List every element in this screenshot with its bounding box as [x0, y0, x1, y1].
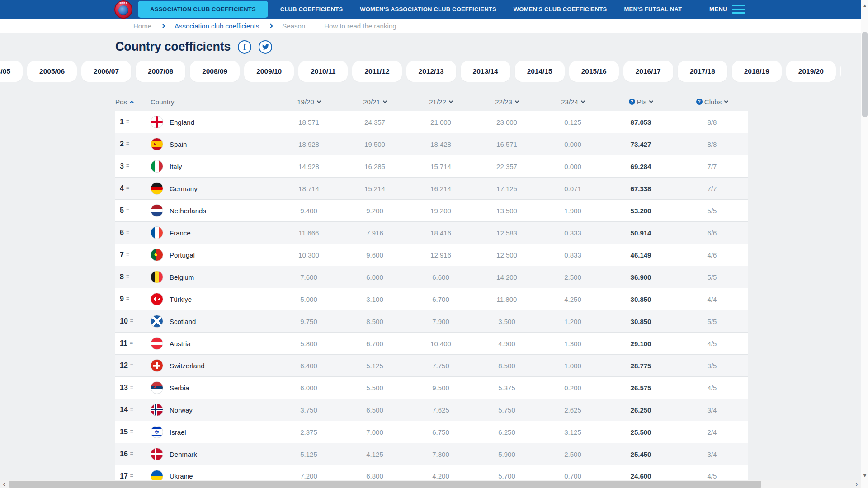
vertical-scrollbar[interactable]: ▲ ▼ [861, 0, 868, 488]
info-icon[interactable]: ? [629, 99, 635, 105]
country-cell[interactable]: Portugal [147, 249, 276, 261]
country-cell[interactable]: England [147, 116, 276, 128]
header-pos[interactable]: Pos [115, 98, 147, 106]
points-value: 26.250 [606, 406, 676, 414]
season-tab[interactable]: 2018/19 [732, 61, 782, 82]
country-cell[interactable]: Serbia [147, 381, 276, 394]
scroll-right-icon[interactable]: › [853, 480, 861, 488]
season-tab[interactable]: 2015/16 [569, 61, 619, 82]
season-tab[interactable]: 2014/15 [515, 61, 565, 82]
header-season[interactable]: 22/23 [474, 98, 540, 106]
season-tab[interactable]: 2008/09 [190, 61, 240, 82]
info-icon[interactable]: ? [696, 99, 703, 105]
season-tab[interactable]: 2004/05 [0, 61, 23, 82]
country-cell[interactable]: Scotland [147, 315, 276, 328]
nav-tab[interactable]: MEN'S FUTSAL NAT [616, 1, 691, 18]
season-tab[interactable]: 2007/08 [136, 61, 185, 82]
season-tab[interactable]: 2005/06 [27, 61, 77, 82]
breadcrumb-item[interactable]: Season [282, 22, 305, 30]
header-season[interactable]: 23/24 [540, 98, 606, 106]
season-tab[interactable]: 2009/10 [244, 61, 294, 82]
table-row[interactable]: 14= Norway 3.7506.5007.6255.7502.62526.2… [115, 399, 748, 421]
coefficient-value: 21.000 [408, 118, 474, 126]
breadcrumb-item[interactable]: How to read the ranking [324, 22, 396, 30]
header-season[interactable]: 19/20 [276, 98, 342, 106]
country-cell[interactable]: Belgium [147, 271, 276, 283]
country-cell[interactable]: Switzerland [147, 359, 276, 372]
coefficient-value: 6.600 [408, 273, 474, 281]
menu-button[interactable]: MENU [709, 5, 745, 14]
breadcrumb-item[interactable]: Association club coefficients [175, 22, 259, 30]
table-row[interactable]: 7= Portugal 10.3009.60012.91612.5000.833… [115, 244, 748, 266]
season-tab[interactable]: 2020/21 [840, 61, 841, 82]
season-tab[interactable]: 2013/14 [461, 61, 510, 82]
scroll-left-icon[interactable]: ‹ [0, 480, 8, 488]
country-cell[interactable]: Spain [147, 138, 276, 150]
coefficient-value: 18.416 [408, 229, 474, 237]
table-row[interactable]: 9= Türkiye 5.0003.1006.70011.8004.25030.… [115, 288, 748, 310]
points-value: 67.338 [606, 185, 676, 192]
points-value: 24.600 [606, 472, 676, 480]
scroll-up-icon[interactable]: ▲ [861, 2, 868, 9]
scroll-down-icon[interactable]: ▼ [861, 472, 868, 479]
season-tab[interactable]: 2010/11 [298, 61, 348, 82]
table-row[interactable]: 11= Austria 5.8006.70010.4004.9001.30029… [115, 332, 748, 354]
country-cell[interactable]: Norway [147, 404, 276, 416]
nav-tab[interactable]: CLUB COEFFICIENTS [272, 1, 351, 18]
coefficient-value: 6.400 [276, 362, 342, 370]
table-row[interactable]: 16= Denmark 5.1254.1257.8005.9002.50025.… [115, 443, 748, 465]
table-row[interactable]: 13= Serbia 6.0005.5009.5005.3750.20026.5… [115, 376, 748, 399]
country-cell[interactable]: Türkiye [147, 293, 276, 305]
header-clubs[interactable]: ? Clubs [676, 98, 748, 106]
season-tab[interactable]: 2011/12 [352, 61, 401, 82]
country-cell[interactable]: Denmark [147, 448, 276, 460]
twitter-share-button[interactable] [259, 40, 272, 54]
season-tab[interactable]: 2016/17 [623, 61, 673, 82]
table-row[interactable]: 6= France 11.6667.91618.41612.5830.33350… [115, 221, 748, 244]
table-row[interactable]: 1= England 18.57124.35721.00023.0000.125… [115, 111, 748, 133]
table-row[interactable]: 15= Israel 2.3757.0006.7506.2503.12525.5… [115, 421, 748, 443]
country-cell[interactable]: Austria [147, 337, 276, 350]
country-name: Denmark [170, 450, 197, 458]
rank-number: 13 [120, 384, 128, 391]
sort-desc-icon [580, 99, 585, 103]
country-name: Portugal [170, 251, 195, 259]
facebook-share-button[interactable]: f [238, 40, 251, 54]
nav-tab[interactable]: WOMEN'S ASSOCIATION CLUB COEFFICIENTS [351, 1, 505, 18]
country-cell[interactable]: Germany [147, 182, 276, 195]
nav-tab[interactable]: WOMEN'S CLUB COEFFICIENTS [505, 1, 616, 18]
trend-indicator: = [130, 362, 133, 368]
table-row[interactable]: 4= Germany 18.71415.21416.21417.1250.071… [115, 177, 748, 199]
table-row[interactable]: 5= Netherlands 9.4009.20019.20013.5001.9… [115, 199, 748, 221]
vertical-scrollbar-thumb[interactable] [862, 32, 868, 117]
horizontal-scrollbar-thumb[interactable] [9, 481, 761, 488]
trend-indicator: = [126, 207, 129, 213]
country-cell[interactable]: Italy [147, 160, 276, 173]
table-row[interactable]: 10= Scotland 9.7508.5007.9003.5001.20030… [115, 310, 748, 332]
trend-indicator: = [126, 296, 129, 302]
horizontal-scrollbar[interactable]: ‹ › [0, 480, 861, 488]
header-season[interactable]: 20/21 [342, 98, 408, 106]
coefficient-value: 19.200 [408, 207, 474, 215]
season-tab[interactable]: 2006/07 [81, 61, 131, 82]
table-row[interactable]: 3= Italy 14.92816.28515.71422.3570.00069… [115, 155, 748, 177]
breadcrumb-item[interactable]: Home [133, 22, 151, 30]
season-tab[interactable]: 2012/13 [406, 61, 456, 82]
country-cell[interactable]: France [147, 226, 276, 239]
season-tab[interactable]: 2017/18 [678, 61, 727, 82]
coefficient-value: 4.900 [474, 340, 540, 347]
header-season[interactable]: 21/22 [408, 98, 474, 106]
country-flag-icon [151, 160, 163, 173]
country-cell[interactable]: Israel [147, 426, 276, 438]
country-cell[interactable]: Netherlands [147, 204, 276, 217]
coefficient-value: 4.125 [342, 450, 408, 458]
season-tab[interactable]: 2019/20 [786, 61, 836, 82]
nav-tab[interactable]: ASSOCIATION CLUB COEFFICIENTS [138, 1, 268, 18]
table-row[interactable]: 12= Switzerland 6.4005.1257.7508.5001.00… [115, 354, 748, 376]
coefficient-value: 2.500 [540, 273, 606, 281]
header-pts[interactable]: ? Pts [606, 98, 676, 106]
table-row[interactable]: 2= Spain 18.92819.50018.42816.5710.00073… [115, 133, 748, 155]
uefa-logo[interactable]: UEFA [114, 0, 132, 19]
coefficient-value: 4.200 [408, 472, 474, 480]
table-row[interactable]: 8= Belgium 7.6006.0006.60014.2002.50036.… [115, 266, 748, 288]
